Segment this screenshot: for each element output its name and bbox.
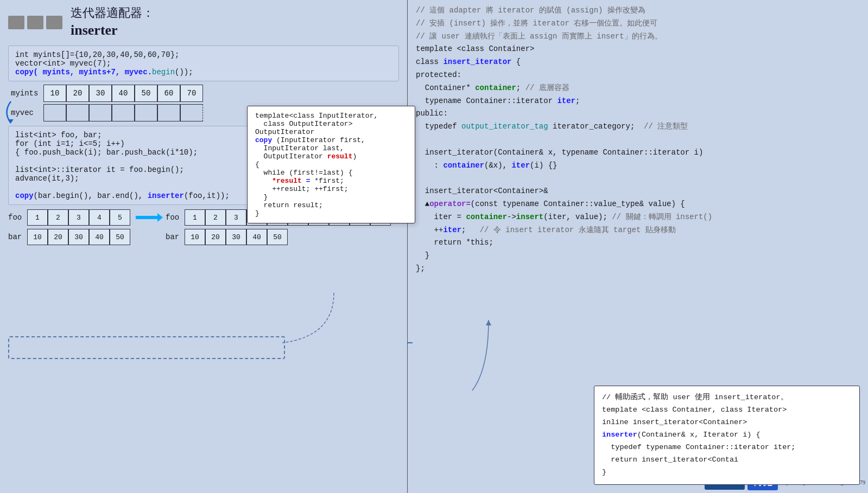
copy-keyword: copy( myints, myints+7, myvec. xyxy=(15,68,152,76)
popup-line6: OutputIterator result) xyxy=(255,152,407,161)
popup-line8: while (first!=last) { xyxy=(255,169,407,177)
r-output-tag: output_iterator_tag xyxy=(461,122,548,131)
myints-cell-1: 20 xyxy=(66,85,89,102)
popup-line9: *result = *first; xyxy=(255,177,407,185)
foo-cell-2: 3 xyxy=(68,209,89,226)
bar-after-1: 20 xyxy=(205,229,226,245)
foo-after-2: 3 xyxy=(226,209,246,226)
left-panel: 迭代器適配器： inserter int myints[]={10,20,30,… xyxy=(0,0,407,493)
r-brace2: }; xyxy=(416,262,860,276)
bp-line1: template <class Container, class Iterato… xyxy=(602,404,852,417)
bp-line5: return insert_iterator<Contai xyxy=(602,454,852,466)
bp-line4: typedef typename Container::iterator ite… xyxy=(602,441,852,454)
myvec-cell-6 xyxy=(180,104,203,121)
foo-cell-3: 4 xyxy=(89,209,110,226)
title-main: 迭代器適配器： xyxy=(71,6,154,20)
r-insert-comment: // 關鍵：轉調用 insert() xyxy=(612,213,712,221)
r-protected: protected: xyxy=(416,69,860,82)
foo-before-cells: 1 2 3 4 5 xyxy=(27,209,130,226)
copy-kw: copy xyxy=(15,191,34,200)
r-class: class insert_iterator { xyxy=(416,56,860,69)
r-container-comment: // 底層容器 xyxy=(525,84,569,92)
popup-line13: } xyxy=(255,209,407,217)
popup-copy-kw: copy xyxy=(255,136,272,144)
bar-before-label: bar xyxy=(8,233,27,241)
r-iter-assign: iter = container->insert(iter, value); /… xyxy=(416,211,860,224)
title-sub: inserter xyxy=(71,22,118,38)
inserter-popup: // 輔助函式，幫助 user 使用 insert_iterator。 temp… xyxy=(594,386,860,485)
foo-before-label: foo xyxy=(8,213,27,222)
myints-label: myints xyxy=(11,89,43,98)
foo-cell-0: 1 xyxy=(27,209,48,226)
bar-after-2: 30 xyxy=(226,229,246,245)
myints-cell-0: 10 xyxy=(43,85,66,102)
myvec-cell-2 xyxy=(89,104,112,121)
r-insert-call: insert xyxy=(516,213,543,221)
myvec-cell-0 xyxy=(43,104,66,121)
foo-cell-4: 5 xyxy=(110,209,130,226)
r-typedef: typedef output_iterator_tag iterator_cat… xyxy=(416,120,860,133)
r-typedef-comment: // 注意類型 xyxy=(639,122,688,131)
myints-cell-3: 40 xyxy=(112,85,135,102)
bp-comment: // 輔助函式，幫助 user 使用 insert_iterator。 xyxy=(602,392,852,404)
title-text: 迭代器適配器： inserter xyxy=(71,5,154,39)
icon-block-2 xyxy=(27,16,43,29)
r-op-line: ▲operator=(const typename Container::val… xyxy=(416,198,860,211)
myvec-cell-5 xyxy=(157,104,180,121)
bar-after-0: 10 xyxy=(185,229,205,245)
r-container: Container* container; // 底層容器 xyxy=(416,82,860,95)
right-code-block: // 這個 adapter 將 iterator 的賦值 (assign) 操作… xyxy=(416,4,860,276)
popup-result-kw: result xyxy=(327,152,353,161)
foo-after-0: 1 xyxy=(185,209,205,226)
begin-keyword: begin xyxy=(152,68,175,76)
myvec-cell-3 xyxy=(112,104,135,121)
myvec-cell-4 xyxy=(135,104,157,121)
title-area: 迭代器適配器： inserter xyxy=(8,5,399,39)
popup-line10: ++result; ++first; xyxy=(255,185,407,193)
code-line-2: vector<int> myvec(7); xyxy=(15,59,392,68)
foo-after-label: foo xyxy=(166,213,185,222)
r-container-kw: container xyxy=(475,84,516,92)
r-return: return *this; xyxy=(416,236,860,249)
bar-before-row: bar 10 20 30 40 50 bar 10 20 30 40 50 xyxy=(8,229,399,245)
myvec-cell-1 xyxy=(66,104,89,121)
popup-line5: InputIterator last, xyxy=(255,144,407,152)
bar-cell-4: 50 xyxy=(110,229,130,245)
r-container-ref: container xyxy=(466,213,507,221)
r-ctor-container: container xyxy=(443,161,484,170)
inserter-kw: inserter xyxy=(148,191,184,200)
r-public: public: xyxy=(416,107,860,120)
myvec-cells xyxy=(43,104,203,121)
bar-cell-3: 40 xyxy=(89,229,110,245)
arrow-svg xyxy=(133,209,163,226)
r-comment2: // 安插 (insert) 操作，並將 iterator 右移一個位置。如此便… xyxy=(416,17,860,30)
myints-cell-2: 30 xyxy=(89,85,112,102)
r-brace1: } xyxy=(416,249,860,262)
curved-arrow-svg xyxy=(0,99,16,126)
copy-popup: template<class InputIterator, class Outp… xyxy=(247,106,415,223)
r-ctor2: : container(&x), iter(i) {} xyxy=(416,159,860,172)
myints-cell-6: 70 xyxy=(180,85,203,102)
r-ctor-iter: iter xyxy=(511,161,530,170)
bp-comment-text: // 輔助函式，幫助 user 使用 insert_iterator。 xyxy=(602,393,788,401)
icon-block-1 xyxy=(8,16,24,29)
popup-line11: } xyxy=(255,193,407,201)
r-op-eq: operator= xyxy=(429,200,471,208)
popup-eq: = xyxy=(306,177,311,185)
copy-end: ()); xyxy=(175,68,193,76)
copy-args: (bar.begin(), bar.end(), xyxy=(34,191,148,200)
code-line-1: int myints[]={10,20,30,40,50,60,70}; xyxy=(15,50,392,59)
popup-line4: copy (InputIterator first, xyxy=(255,136,407,144)
bar-cell-2: 30 xyxy=(68,229,89,245)
foo-cell-1: 2 xyxy=(48,209,68,226)
r-iter-pp: ++iter; // 令 insert iterator 永遠隨其 target… xyxy=(416,224,860,237)
bar-after-cells: 10 20 30 40 50 xyxy=(185,229,288,245)
bar-cell-1: 20 xyxy=(48,229,68,245)
myints-row: myints 10 20 30 40 50 60 70 xyxy=(11,85,399,102)
popup-line12: return result; xyxy=(255,201,407,209)
main-container: 迭代器適配器： inserter int myints[]={10,20,30,… xyxy=(0,0,868,493)
r-op-ret: insert_iterator<Container>& xyxy=(416,185,860,198)
code-line-copy: copy( myints, myints+7, myvec.begin()); xyxy=(15,68,392,76)
dotted-box xyxy=(8,336,285,359)
popup-line2: class OutputIterator> xyxy=(255,120,407,128)
